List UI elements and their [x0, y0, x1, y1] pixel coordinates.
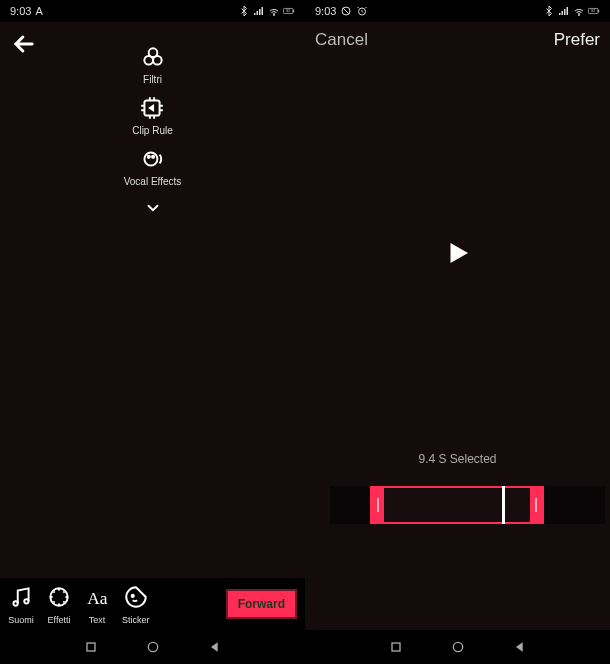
- clip-label: Clip Rule: [132, 125, 173, 136]
- dnd-icon: [340, 5, 352, 17]
- nav-back-icon[interactable]: [512, 639, 528, 655]
- selection-duration: 9.4 S Selected: [418, 452, 496, 466]
- nav-bar-right: [305, 630, 610, 664]
- trim-playhead[interactable]: [502, 486, 505, 524]
- status-am: A: [35, 5, 42, 17]
- wifi-icon: [573, 5, 585, 17]
- sticker-label: Sticker: [122, 615, 150, 625]
- status-bar: 9:03 A 92: [0, 0, 305, 22]
- expand-tools-button[interactable]: [144, 199, 162, 221]
- svg-rect-21: [87, 643, 95, 651]
- back-arrow-icon: [10, 30, 38, 58]
- svg-text:92: 92: [591, 9, 595, 13]
- forward-button[interactable]: Forward: [226, 589, 297, 619]
- nav-recent-icon[interactable]: [83, 639, 99, 655]
- text-button[interactable]: Aa Text: [84, 584, 110, 625]
- chevron-down-icon: [144, 199, 162, 217]
- svg-text:92: 92: [286, 9, 290, 13]
- svg-rect-33: [392, 643, 400, 651]
- text-icon: Aa: [84, 584, 110, 610]
- filters-label: Filtri: [140, 74, 166, 85]
- signal-icon: [558, 5, 570, 17]
- svg-rect-27: [564, 9, 566, 15]
- status-bar-right: 9:03 92: [305, 0, 610, 22]
- clip-button[interactable]: Clip Rule: [132, 93, 173, 136]
- svg-point-22: [148, 642, 157, 651]
- svg-rect-25: [559, 13, 561, 15]
- trim-after: [544, 486, 605, 524]
- svg-rect-2: [257, 11, 259, 15]
- effects-icon: [46, 584, 72, 610]
- filters-button[interactable]: Filtri: [140, 42, 166, 85]
- nav-back-icon[interactable]: [207, 639, 223, 655]
- svg-rect-1: [254, 13, 256, 15]
- sticker-button[interactable]: Sticker: [122, 584, 150, 625]
- status-time: 9:03: [10, 5, 31, 17]
- effects-label: Effetti: [46, 615, 72, 625]
- svg-point-20: [131, 594, 133, 596]
- svg-rect-26: [562, 11, 564, 15]
- music-icon: [8, 584, 34, 610]
- battery-icon: 92: [588, 5, 600, 17]
- trim-selection[interactable]: [370, 486, 544, 524]
- svg-point-13: [145, 153, 158, 166]
- signal-icon: [253, 5, 265, 17]
- svg-rect-4: [262, 7, 264, 15]
- battery-icon: 92: [283, 5, 295, 17]
- cancel-button[interactable]: Cancel: [315, 30, 368, 50]
- prefer-button[interactable]: Prefer: [554, 30, 600, 50]
- nav-recent-icon[interactable]: [388, 639, 404, 655]
- svg-rect-28: [567, 7, 569, 15]
- bottom-toolbar: Suomi Effetti Aa Text Sticker Forward: [0, 578, 305, 630]
- trim-body[interactable]: [384, 488, 530, 522]
- svg-text:Aa: Aa: [87, 588, 108, 607]
- clip-icon: [139, 95, 165, 121]
- nav-home-icon[interactable]: [145, 639, 161, 655]
- bluetooth-icon: [543, 5, 555, 17]
- trim-handle-left[interactable]: [372, 488, 384, 522]
- sticker-icon: [123, 584, 149, 610]
- svg-rect-7: [293, 10, 294, 13]
- text-label: Text: [84, 615, 110, 625]
- back-button[interactable]: [10, 30, 38, 62]
- svg-point-18: [50, 588, 67, 605]
- play-icon: [443, 238, 473, 268]
- wifi-icon: [268, 5, 280, 17]
- alarm-icon: [356, 5, 368, 17]
- svg-point-10: [144, 56, 153, 65]
- bluetooth-icon: [238, 5, 250, 17]
- svg-point-11: [153, 56, 162, 65]
- sounds-button[interactable]: Suomi: [8, 584, 34, 625]
- trim-handle-right[interactable]: [530, 488, 542, 522]
- sounds-label: Suomi: [8, 615, 34, 625]
- svg-point-16: [13, 601, 17, 605]
- vocal-effects-button[interactable]: Vocal Effects: [124, 144, 182, 187]
- svg-rect-31: [598, 10, 599, 13]
- effects-button[interactable]: Effetti: [46, 584, 72, 625]
- svg-point-5: [274, 15, 275, 16]
- vocal-icon: [139, 146, 165, 172]
- trim-bar[interactable]: [330, 486, 605, 524]
- status-time: 9:03: [315, 5, 336, 17]
- nav-home-icon[interactable]: [450, 639, 466, 655]
- svg-point-15: [152, 156, 154, 158]
- play-button[interactable]: [443, 238, 473, 272]
- svg-point-14: [148, 156, 150, 158]
- nav-bar-left: [0, 630, 305, 664]
- vocal-label: Vocal Effects: [124, 176, 182, 187]
- svg-rect-3: [259, 9, 261, 15]
- trim-before: [330, 486, 370, 524]
- svg-point-17: [24, 599, 28, 603]
- svg-point-34: [453, 642, 462, 651]
- svg-point-29: [579, 15, 580, 16]
- filters-icon: [140, 44, 166, 70]
